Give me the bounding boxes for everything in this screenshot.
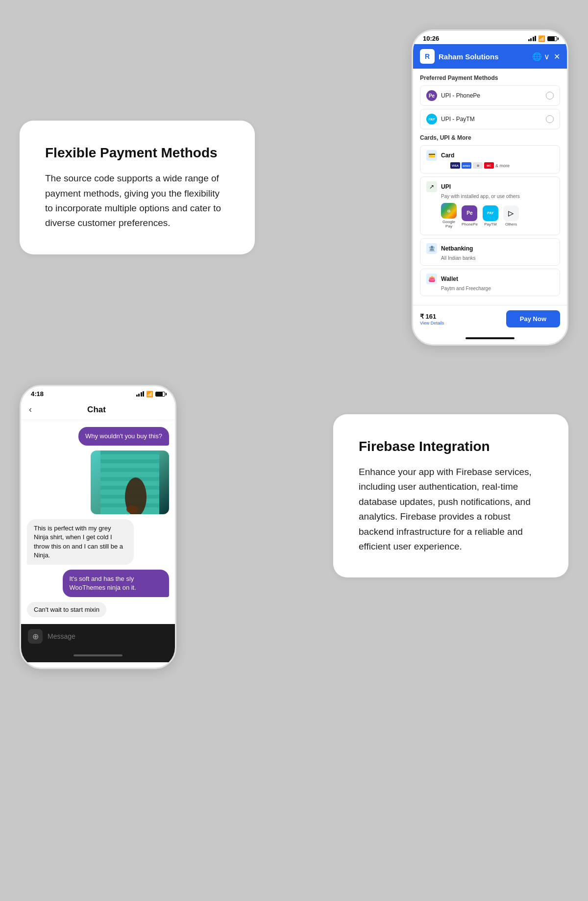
close-icon[interactable]: ✕ bbox=[554, 52, 560, 61]
payment-info-card: Flexible Payment Methods The source code… bbox=[20, 121, 255, 254]
cards-section-title: Cards, UPI & More bbox=[420, 134, 560, 141]
translate-icon[interactable]: 🌐 ∨ bbox=[532, 52, 550, 61]
upi-sub: Pay with installed app, or use others bbox=[441, 194, 554, 199]
message-1: Why wouldn't you buy this? bbox=[78, 427, 169, 446]
shirt-svg bbox=[100, 450, 159, 514]
pay-now-button[interactable]: Pay Now bbox=[506, 310, 560, 327]
view-details-link[interactable]: View Details bbox=[420, 321, 444, 325]
others-app[interactable]: ▷ Others bbox=[503, 205, 519, 226]
payment-card-desc: The source code supports a wide range of… bbox=[45, 171, 229, 231]
payment-status-icons: 📶 bbox=[528, 35, 558, 42]
others-icon: ▷ bbox=[503, 205, 519, 221]
payment-time: 10:26 bbox=[423, 35, 439, 42]
wallet-label: Wallet bbox=[441, 275, 458, 282]
phonepe-app-label: PhonePe bbox=[462, 222, 478, 226]
message-4: Can't wait to start mixin bbox=[27, 602, 106, 617]
googlepay-icon: G bbox=[441, 203, 457, 219]
chat-home-bar bbox=[74, 654, 122, 656]
chat-phone: 4:18 📶 ‹ Chat bbox=[20, 385, 176, 669]
payment-phone: 10:26 📶 R R bbox=[412, 29, 568, 346]
phonepe-app-icon: Pe bbox=[462, 205, 477, 221]
phonepe-icon: Pe bbox=[426, 90, 437, 101]
message-1-text: Why wouldn't you buy this? bbox=[85, 432, 162, 440]
wallet-sub: Paytm and Freecharge bbox=[441, 286, 554, 291]
home-bar-area bbox=[413, 332, 567, 344]
message-input[interactable] bbox=[48, 632, 168, 640]
phonepe-check bbox=[546, 92, 554, 100]
message-3: It's soft and has the sly WooThemes ninj… bbox=[63, 570, 170, 597]
svg-rect-2 bbox=[100, 459, 159, 463]
card-option[interactable]: 💳 Card VISA amex ⊙ MC & more bbox=[420, 145, 560, 174]
footer-amount: ₹ 161 bbox=[420, 313, 444, 320]
row-2: 4:18 📶 ‹ Chat bbox=[20, 385, 568, 669]
wallet-option[interactable]: 👛 Wallet Paytm and Freecharge bbox=[420, 269, 560, 296]
netbanking-icon: 🏦 bbox=[426, 243, 437, 254]
firebase-info-card: Firebase Integration Enhance your app wi… bbox=[333, 414, 568, 577]
message-2-text: This is perfect with my grey Ninja shirt… bbox=[34, 525, 123, 559]
signal-bars-icon bbox=[528, 36, 537, 41]
raham-logo: R bbox=[420, 49, 435, 64]
paytm-check bbox=[546, 115, 554, 123]
upi-label: UPI bbox=[441, 183, 451, 190]
chat-time: 4:18 bbox=[31, 390, 44, 398]
chat-home-bar-area bbox=[21, 649, 175, 662]
payment-body: Preferred Payment Methods Pe UPI - Phone… bbox=[413, 69, 567, 305]
netbanking-option[interactable]: 🏦 Netbanking All Indian banks bbox=[420, 238, 560, 266]
message-4-text: Can't wait to start mixin bbox=[34, 606, 99, 613]
upi-option[interactable]: ↗ UPI Pay with installed app, or use oth… bbox=[420, 176, 560, 235]
wifi-icon: 📶 bbox=[538, 35, 545, 42]
svg-rect-1 bbox=[100, 450, 159, 454]
googlepay-app[interactable]: G GooglePay bbox=[441, 203, 457, 228]
chat-battery-icon bbox=[155, 392, 165, 397]
chat-header: ‹ Chat bbox=[21, 400, 175, 420]
mastercard-logo: MC bbox=[484, 162, 494, 169]
netbanking-sub: All Indian banks bbox=[441, 255, 554, 261]
chat-body: Why wouldn't you buy this? bbox=[21, 420, 175, 624]
card-logos: VISA amex ⊙ MC & more bbox=[426, 162, 554, 169]
upi-apps-row: G GooglePay Pe PhonePe PAY PayTM ▷ bbox=[441, 203, 554, 228]
paytm-app-label: PayTM bbox=[484, 222, 496, 226]
firebase-card-title: Firebase Integration bbox=[359, 438, 543, 455]
netbanking-label: Netbanking bbox=[441, 245, 473, 252]
others-label: Others bbox=[505, 222, 517, 226]
back-arrow-icon[interactable]: ‹ bbox=[29, 404, 32, 415]
svg-rect-4 bbox=[100, 477, 159, 481]
payment-app-name: Raham Solutions bbox=[439, 52, 499, 61]
paytm-icon: PAY bbox=[426, 114, 437, 125]
payment-card-title: Flexible Payment Methods bbox=[45, 144, 229, 161]
row-1: Flexible Payment Methods The source code… bbox=[20, 29, 568, 346]
googlepay-label: GooglePay bbox=[442, 220, 455, 228]
wallet-icon: 👛 bbox=[426, 274, 437, 284]
upi-icon: ↗ bbox=[426, 181, 437, 192]
card-label: Card bbox=[441, 152, 454, 159]
attach-button[interactable]: ⊕ bbox=[28, 629, 43, 644]
chat-header-title: Chat bbox=[38, 405, 155, 415]
message-2: This is perfect with my grey Ninja shirt… bbox=[27, 519, 134, 565]
amex-logo: amex bbox=[462, 162, 471, 169]
svg-rect-3 bbox=[100, 468, 159, 472]
phonepe-app[interactable]: Pe PhonePe bbox=[462, 205, 478, 226]
card-icon: 💳 bbox=[426, 150, 437, 161]
more-cards-label: & more bbox=[495, 163, 510, 168]
chat-product-image bbox=[91, 450, 169, 514]
page-wrapper: Flexible Payment Methods The source code… bbox=[0, 0, 588, 699]
chat-signal-bars-icon bbox=[136, 391, 145, 397]
paytm-app-icon: PAY bbox=[483, 205, 498, 221]
diners-logo: ⊙ bbox=[473, 162, 483, 169]
chat-input-area: ⊕ bbox=[21, 624, 175, 649]
payment-status-bar: 10:26 📶 bbox=[413, 31, 567, 44]
phonepe-label: UPI - PhonePe bbox=[441, 92, 480, 99]
preferred-section-title: Preferred Payment Methods bbox=[420, 75, 560, 81]
phonepe-preferred-option[interactable]: Pe UPI - PhonePe bbox=[420, 85, 560, 106]
chat-status-bar: 4:18 📶 bbox=[21, 386, 175, 400]
payment-app-header: R Raham Solutions 🌐 ∨ ✕ bbox=[413, 44, 567, 69]
home-bar bbox=[466, 337, 514, 339]
paytm-label: UPI - PayTM bbox=[441, 116, 475, 123]
svg-point-9 bbox=[126, 505, 138, 513]
paytm-preferred-option[interactable]: PAY UPI - PayTM bbox=[420, 109, 560, 129]
firebase-card-desc: Enhance your app with Firebase services,… bbox=[359, 465, 543, 554]
payment-footer: ₹ 161 View Details Pay Now bbox=[413, 305, 567, 332]
paytm-app[interactable]: PAY PayTM bbox=[483, 205, 498, 226]
message-3-text: It's soft and has the sly WooThemes ninj… bbox=[70, 575, 136, 591]
chat-wifi-icon: 📶 bbox=[146, 391, 153, 398]
